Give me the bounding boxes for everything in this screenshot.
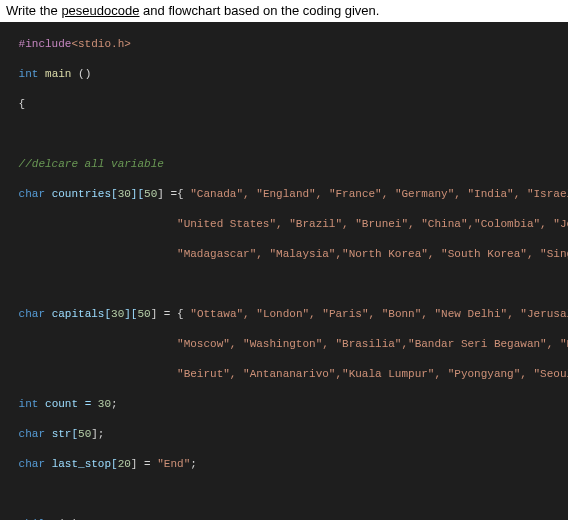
code-token: 30 (98, 398, 111, 410)
code-token: 50 (144, 188, 157, 200)
code-token: () (78, 68, 91, 80)
code-token: char (19, 308, 45, 320)
code-token: 50 (78, 428, 91, 440)
prompt-underlined: peseudocode (61, 3, 139, 18)
code-token: 30 (111, 308, 124, 320)
code-token: char (19, 458, 45, 470)
code-token: ] = { (151, 308, 184, 320)
code-token: 20 (118, 458, 131, 470)
code-token: "Beirut", "Antananarivo","Kuala Lumpur",… (177, 368, 568, 380)
code-token: ]; (91, 428, 104, 440)
code-token: 30 (118, 188, 131, 200)
code-token: "United States", "Brazil", "Brunei", "Ch… (177, 218, 568, 230)
question-prompt: Write the peseudocode and flowchart base… (0, 0, 568, 22)
code-token: ][ (131, 188, 144, 200)
code-token: "Madagascar", "Malaysia","North Korea", … (177, 248, 568, 260)
code-token: int (19, 68, 39, 80)
code-token: ] ={ (157, 188, 183, 200)
code-token: ][ (124, 308, 137, 320)
code-comment: //delcare all variable (19, 158, 164, 170)
code-token: char (19, 188, 45, 200)
code-token: ] = (131, 458, 151, 470)
code-token: count = (45, 398, 91, 410)
code-token: ; (190, 458, 197, 470)
code-token: countries[ (52, 188, 118, 200)
code-token: "Canada", "England", "France", "Germany"… (190, 188, 568, 200)
code-token: main (45, 68, 71, 80)
code-token: ; (111, 398, 118, 410)
code-token: <stdio.h> (71, 38, 130, 50)
code-token: #include (19, 38, 72, 50)
code-token: 50 (137, 308, 150, 320)
prompt-prefix: Write the (6, 3, 61, 18)
code-token: last_stop[ (52, 458, 118, 470)
code-editor[interactable]: #include<stdio.h> int main () { //delcar… (0, 22, 568, 520)
code-token: int (19, 398, 39, 410)
code-token: char (19, 428, 45, 440)
code-token: { (19, 98, 26, 110)
code-token: "Moscow", "Washington", "Brasilia","Band… (177, 338, 568, 350)
code-token: capitals[ (52, 308, 111, 320)
code-token: "Ottawa", "London", "Paris", "Bonn", "Ne… (190, 308, 568, 320)
code-token: "End" (157, 458, 190, 470)
prompt-suffix: and flowchart based on the coding given. (139, 3, 379, 18)
code-token: str[ (52, 428, 78, 440)
